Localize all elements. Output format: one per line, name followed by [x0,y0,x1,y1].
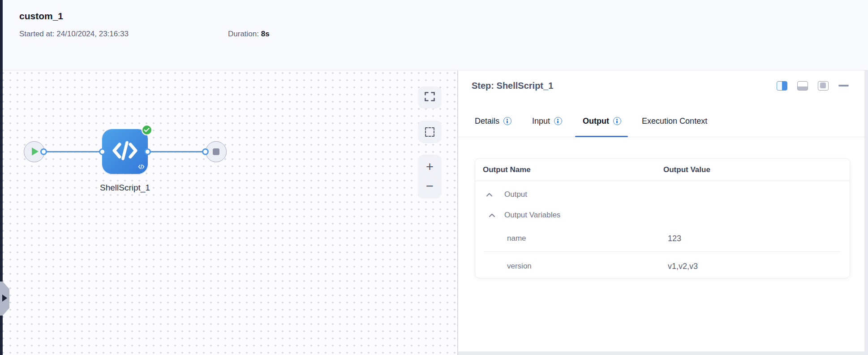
chevron-right-icon [2,294,7,302]
tab-output-label: Output [583,117,609,126]
output-var-name: version [507,262,532,271]
tab-execution-context[interactable]: Execution Context [642,105,707,137]
table-row-version: version v1,v2,v3 [475,252,850,278]
vertical-scrollbar[interactable] [864,70,868,355]
col-output-value: Output Value [663,165,710,174]
col-output-name: Output Name [483,165,531,174]
output-table-header: Output Name Output Value [475,159,850,181]
end-node-port[interactable] [202,148,209,155]
workflow-run-page: custom_1 Started at: 24/10/2024, 23:16:3… [0,0,868,355]
zoom-controls: + − [418,155,442,199]
step-details-panel: Step: ShellScript_1 Details Input Output [458,70,868,355]
success-check-icon [142,125,152,135]
step-header: Step: ShellScript_1 [458,70,868,101]
layout-panel-icon[interactable] [818,81,829,91]
duration-label: Duration: [228,30,259,38]
stop-icon [213,148,219,155]
output-table: Output Name Output Value Output [475,158,850,278]
run-title: custom_1 [19,11,63,22]
run-duration: Duration: 8s [228,30,270,39]
step-node-shellscript[interactable] [102,129,148,174]
code-badge-icon [138,163,145,171]
tab-input[interactable]: Input [532,105,562,137]
layout-split-vertical-icon[interactable] [777,81,787,91]
tab-output[interactable]: Output [583,105,621,137]
output-var-value: 123 [668,234,681,243]
started-value: 24/10/2024, 23:16:33 [56,30,129,38]
started-label: Started at: [19,30,54,38]
edge-node-to-end [147,151,205,152]
step-node-input-port[interactable] [99,148,106,155]
panel-layout-controls [777,81,849,91]
group-row-output[interactable]: Output [475,184,850,205]
group-row-output-variables[interactable]: Output Variables [475,205,850,225]
marquee-select-icon [425,127,434,137]
minimize-icon[interactable] [838,85,849,87]
code-icon [112,140,138,163]
chevron-up-icon[interactable] [489,213,495,217]
fit-view-button[interactable] [418,87,442,108]
output-var-value: v1,v2,v3 [668,262,698,271]
zoom-out-button[interactable]: − [426,180,434,193]
tab-details[interactable]: Details [475,105,511,137]
step-tabs: Details Input Output Execution Context [458,101,868,137]
play-icon [32,147,39,156]
info-icon[interactable] [554,117,562,125]
marquee-select-button[interactable] [418,121,442,143]
step-node-output-port[interactable] [144,148,151,155]
layout-split-horizontal-icon[interactable] [797,81,808,91]
end-node[interactable] [206,141,227,162]
tab-details-label: Details [475,117,499,126]
tab-execution-context-label: Execution Context [642,117,707,126]
table-row-name: name 123 [475,225,850,251]
zoom-in-button[interactable]: + [426,160,434,173]
output-var-name: name [507,234,526,243]
duration-value: 8s [261,30,270,38]
horizontal-scrollbar[interactable] [458,351,864,355]
step-node-label: ShellScript_1 [80,183,170,193]
workflow-canvas[interactable]: ShellScript_1 + − [3,70,457,355]
run-header: custom_1 Started at: 24/10/2024, 23:16:3… [3,0,868,70]
expand-icon [425,92,435,103]
tab-input-label: Input [532,117,550,126]
chevron-up-icon[interactable] [486,193,493,197]
group-label: Output [504,190,527,199]
group-label: Output Variables [504,211,560,220]
start-node-port[interactable] [40,148,47,155]
edge-start-to-node [43,151,102,152]
info-icon[interactable] [503,117,511,125]
step-title: Step: ShellScript_1 [472,81,553,91]
run-started-at: Started at: 24/10/2024, 23:16:33 [19,30,129,39]
info-icon[interactable] [613,117,621,125]
